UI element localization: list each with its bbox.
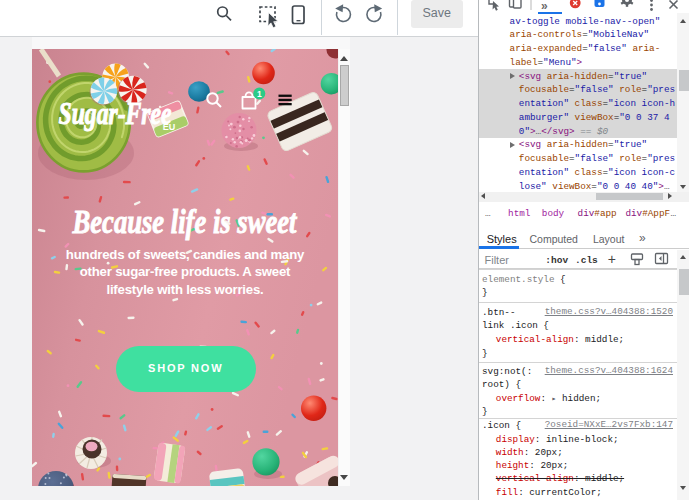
svg-text:EU: EU [163,122,176,132]
svg-text:1: 1 [257,89,262,99]
svg-text:Sugar-Free: Sugar-Free [59,96,172,131]
svg-text:Because life is sweet: Because life is sweet [72,203,298,240]
